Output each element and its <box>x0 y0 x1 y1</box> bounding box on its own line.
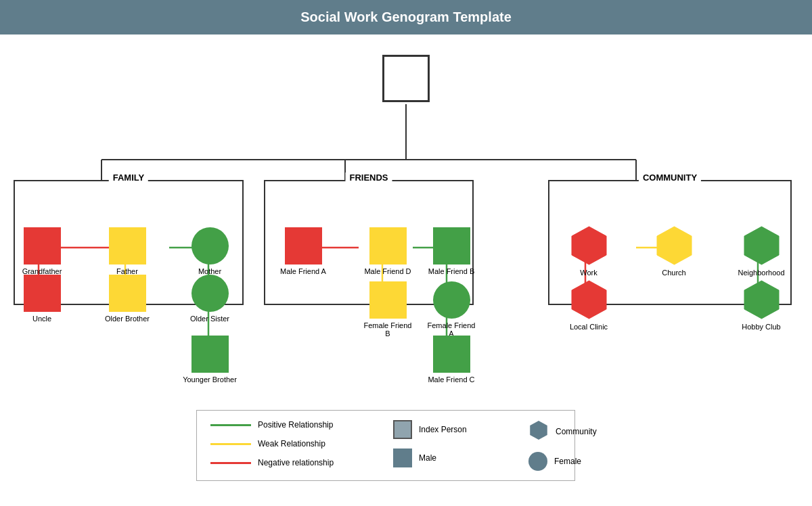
older-sister-node: Older Sister <box>183 275 237 323</box>
diagram-area: FAMILY FRIENDS COMMUNITY Grandfather Unc… <box>0 34 812 495</box>
svg-marker-19 <box>572 281 606 319</box>
legend-index-icon <box>393 420 412 439</box>
page-title: Social Work Genogram Template <box>0 0 812 34</box>
male-friend-c-node: Male Friend C <box>424 336 478 384</box>
legend-community-label: Community <box>556 427 597 436</box>
family-label: FAMILY <box>109 172 148 183</box>
negative-label: Negative relationship <box>258 458 334 467</box>
grandfather-node: Grandfather <box>15 227 69 275</box>
legend-male-label: Male <box>419 453 436 463</box>
community-label: COMMUNITY <box>639 172 701 183</box>
negative-line <box>210 462 251 464</box>
svg-marker-18 <box>572 227 606 264</box>
svg-marker-20 <box>657 227 692 264</box>
older-brother-node: Older Brother <box>100 275 154 323</box>
neighborhood-node: Neighborhood <box>734 225 788 277</box>
younger-brother-node: Younger Brother <box>183 336 237 384</box>
female-friend-b-node: Female Friend B <box>361 281 415 338</box>
mother-node: Mother <box>183 227 237 275</box>
father-node: Father <box>100 227 154 275</box>
legend-male-icon <box>393 448 412 467</box>
legend-community-icon <box>528 420 549 442</box>
uncle-node: Uncle <box>15 275 69 323</box>
male-friend-d-node: Male Friend D <box>361 227 415 275</box>
work-node: Work <box>562 225 616 277</box>
positive-label: Positive Relationship <box>258 420 333 430</box>
church-node: Church <box>647 225 701 277</box>
svg-marker-22 <box>744 281 779 319</box>
male-friend-b-node: Male Friend B <box>424 227 478 275</box>
friends-label: FRIENDS <box>345 172 392 183</box>
positive-line <box>210 424 251 426</box>
weak-line <box>210 443 251 445</box>
index-person <box>382 55 430 102</box>
hobby-club-node: Hobby Club <box>734 279 788 331</box>
local-clinic-node: Local Clinic <box>562 279 616 331</box>
male-friend-a-node: Male Friend A <box>276 227 330 275</box>
svg-marker-23 <box>530 421 547 440</box>
svg-marker-21 <box>744 227 779 264</box>
legend: Positive Relationship Weak Relationship … <box>196 410 575 481</box>
legend-index-label: Index Person <box>419 425 467 434</box>
female-friend-a-node: Female Friend A <box>424 281 478 338</box>
legend-female-label: Female <box>554 457 581 466</box>
weak-label: Weak Relationship <box>258 439 325 448</box>
legend-female-icon <box>528 452 547 471</box>
